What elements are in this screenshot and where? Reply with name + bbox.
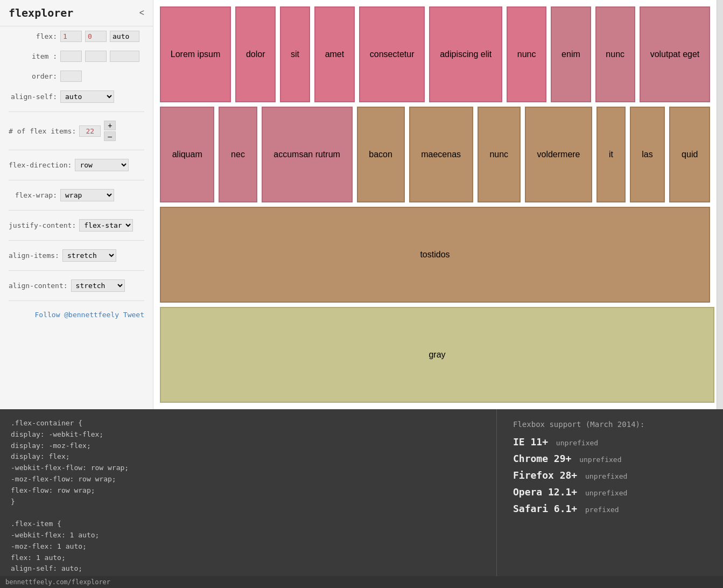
flex-shrink-input[interactable] <box>85 31 107 42</box>
support-item: Firefox 28+ unprefixed <box>513 470 707 481</box>
flex-basis-input[interactable] <box>110 31 139 42</box>
support-browser-name: Chrome 29+ <box>513 453 577 464</box>
item-control-row: item : <box>0 46 153 66</box>
flex-item[interactable]: las <box>630 107 665 202</box>
flex-item[interactable]: dolor <box>235 6 276 102</box>
section-divider-3 <box>9 180 144 180</box>
support-browser-name: Firefox 28+ <box>513 470 583 481</box>
code-line <box>11 507 486 519</box>
flex-item[interactable]: gray <box>160 307 714 403</box>
section-divider-4 <box>9 210 144 211</box>
align-self-label: align-self: <box>9 93 57 101</box>
align-items-label: align-items: <box>9 251 59 260</box>
section-divider-2 <box>9 150 144 150</box>
align-content-label: align-content: <box>9 282 68 290</box>
main-content: Lorem ipsumdolorsitametconsecteturadipis… <box>153 0 717 409</box>
support-item: Safari 6.1+ prefixed <box>513 503 707 514</box>
code-line: flex: 1 auto; <box>11 552 486 564</box>
flex-item[interactable]: enim <box>551 6 591 102</box>
section-divider-6 <box>9 270 144 271</box>
align-content-row: align-content: flex-start flex-end cente… <box>0 275 153 296</box>
sidebar: flexplorer < flex: item : order: align-s… <box>0 0 153 409</box>
justify-content-select[interactable]: flex-start flex-end center space-between… <box>79 219 133 232</box>
item-input-2[interactable] <box>85 51 107 62</box>
flex-item[interactable]: accumsan rutrum <box>262 107 353 202</box>
support-panel: Flexbox support (March 2014): IE 11+ unp… <box>497 409 723 576</box>
code-line: .flex-item { <box>11 519 486 530</box>
flex-item[interactable]: nunc <box>595 6 635 102</box>
support-item: Opera 12.1+ unprefixed <box>513 486 707 498</box>
support-item: Chrome 29+ unprefixed <box>513 453 707 464</box>
flex-direction-select[interactable]: row row-reverse column column-reverse <box>75 159 129 171</box>
flex-item[interactable]: nunc <box>478 107 521 202</box>
support-browser-name: Safari 6.1+ <box>513 503 583 514</box>
bottom-panel: .flex-container { display: -webkit-flex;… <box>0 409 723 576</box>
count-buttons: + – <box>104 121 116 141</box>
flex-item[interactable]: bacon <box>357 107 405 202</box>
flex-item[interactable]: it <box>596 107 625 202</box>
support-badge: unprefixed <box>585 489 627 497</box>
align-content-select[interactable]: flex-start flex-end center space-between… <box>71 279 125 292</box>
flex-item[interactable]: amet <box>314 6 355 102</box>
align-self-row: align-self: auto flex-start flex-end cen… <box>0 86 153 107</box>
code-panel: .flex-container { display: -webkit-flex;… <box>0 409 497 576</box>
support-browser-name: IE 11+ <box>513 436 554 447</box>
flex-count-row: # of flex items: + – <box>0 116 153 145</box>
order-label: order: <box>9 72 57 80</box>
order-input[interactable] <box>60 71 82 82</box>
flex-wrap-label: flex-wrap: <box>9 191 57 199</box>
support-title: Flexbox support (March 2014): <box>513 420 707 429</box>
flex-item[interactable]: nec <box>219 107 257 202</box>
sidebar-title: flexplorer <box>9 6 73 19</box>
code-line: -webkit-flex-flow: row wrap; <box>11 463 486 474</box>
justify-content-row: justify-content: flex-start flex-end cen… <box>0 215 153 236</box>
align-self-select[interactable]: auto flex-start flex-end center baseline… <box>60 90 114 103</box>
flex-item[interactable]: aliquam <box>160 107 214 202</box>
flex-grow-input[interactable] <box>60 31 82 42</box>
flex-count-input[interactable] <box>79 125 101 137</box>
justify-content-label: justify-content: <box>9 221 76 229</box>
support-badge: unprefixed <box>585 472 627 480</box>
follow-link[interactable]: Follow @bennettfeely Tweet <box>35 311 145 319</box>
item-input-3[interactable] <box>110 51 139 62</box>
increment-button[interactable]: + <box>104 121 116 130</box>
flex-item[interactable]: tostidos <box>160 207 710 303</box>
flex-control-row: flex: <box>0 26 153 46</box>
scrollbar[interactable] <box>717 0 723 409</box>
support-item: IE 11+ unprefixed <box>513 436 707 447</box>
flex-wrap-select[interactable]: nowrap wrap wrap-reverse <box>60 189 114 201</box>
order-control-row: order: <box>0 66 153 86</box>
flex-item[interactable]: volutpat eget <box>640 6 710 102</box>
decrement-button[interactable]: – <box>104 131 116 141</box>
sidebar-header: flexplorer < <box>0 0 153 26</box>
collapse-button[interactable]: < <box>139 8 144 18</box>
align-items-row: align-items: flex-start flex-end center … <box>0 245 153 266</box>
flex-direction-row: flex-direction: row row-reverse column c… <box>0 155 153 176</box>
follow-row: Follow @bennettfeely Tweet <box>0 305 153 324</box>
flex-item[interactable]: voldermere <box>525 107 592 202</box>
flex-container: Lorem ipsumdolorsitametconsecteturadipis… <box>153 0 717 409</box>
flex-item[interactable]: sit <box>280 6 310 102</box>
flex-item[interactable]: Lorem ipsum <box>160 6 231 102</box>
section-divider-7 <box>9 300 144 301</box>
support-badge: prefixed <box>585 506 619 514</box>
flex-item[interactable]: maecenas <box>409 107 473 202</box>
code-line: display: -moz-flex; <box>11 440 486 452</box>
align-items-select[interactable]: flex-start flex-end center baseline stre… <box>62 249 116 262</box>
item-input-1[interactable] <box>60 51 82 62</box>
flex-count-label: # of flex items: <box>9 127 76 135</box>
flex-item[interactable]: quid <box>669 107 710 202</box>
code-line: -moz-flex-flow: row wrap; <box>11 474 486 485</box>
section-divider-1 <box>9 111 144 112</box>
section-divider-5 <box>9 240 144 241</box>
item-label: item : <box>9 52 57 60</box>
status-url: bennettfeely.com/flexplorer <box>5 578 110 586</box>
support-badge: unprefixed <box>556 439 598 447</box>
code-line: flex-flow: row wrap; <box>11 485 486 496</box>
flex-item[interactable]: consectetur <box>359 6 425 102</box>
flex-item[interactable]: nunc <box>507 6 546 102</box>
flex-item[interactable]: adipiscing elit <box>429 6 502 102</box>
code-line: display: -webkit-flex; <box>11 429 486 440</box>
support-browser-name: Opera 12.1+ <box>513 486 583 498</box>
code-line: align-self: auto; <box>11 563 486 575</box>
